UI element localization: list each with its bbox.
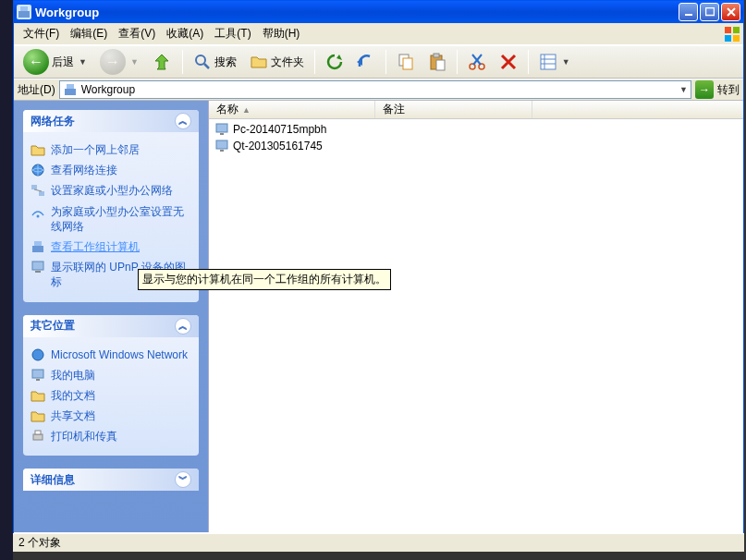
delete-icon	[499, 53, 518, 71]
delete-button[interactable]	[494, 48, 523, 76]
svg-rect-31	[34, 241, 42, 246]
svg-point-8	[196, 55, 205, 65]
svg-rect-4	[725, 27, 731, 33]
titlebar[interactable]: Workgroup	[14, 1, 743, 23]
chevron-down-icon[interactable]: ▼	[679, 85, 688, 94]
network-tasks-header[interactable]: 网络任务 ︽	[23, 110, 199, 132]
forward-button[interactable]: → ▼	[94, 48, 144, 76]
column-headers: 名称▲ 备注	[209, 101, 743, 119]
svg-rect-36	[36, 379, 40, 381]
task-view-workgroup[interactable]: 查看工作组计算机	[31, 237, 191, 257]
panel-title: 网络任务	[31, 114, 75, 129]
back-label: 后退	[52, 55, 74, 70]
place-my-documents[interactable]: 我的文档	[31, 385, 191, 406]
svg-rect-1	[20, 6, 28, 11]
undo-button[interactable]	[351, 48, 381, 76]
details-header[interactable]: 详细信息 ︾	[23, 469, 199, 491]
svg-rect-30	[32, 246, 43, 252]
addressbar: 地址(D) Workgroup ▼ → 转到	[14, 79, 743, 101]
maximize-button[interactable]	[700, 3, 719, 21]
views-icon	[539, 53, 557, 71]
other-places-panel: 其它位置 ︽ Microsoft Windows Network 我的电脑 我的…	[23, 315, 199, 457]
folders-button[interactable]: 文件夹	[244, 48, 310, 76]
statusbar: 2 个对象	[13, 533, 744, 552]
back-button[interactable]: ← 后退 ▼	[18, 48, 92, 76]
svg-rect-24	[67, 84, 74, 89]
computer-icon	[31, 368, 45, 383]
task-setup-wireless[interactable]: 为家庭或小型办公室设置无线网络	[31, 201, 191, 237]
cut-button[interactable]	[462, 48, 492, 76]
explorer-window: Workgroup 文件(F) 编辑(E) 查看(V) 收藏(A) 工具(T) …	[13, 0, 744, 534]
go-label: 转到	[717, 82, 740, 98]
svg-rect-32	[32, 262, 43, 270]
svg-rect-11	[403, 58, 412, 69]
menu-tools[interactable]: 工具(T)	[209, 24, 256, 43]
status-text: 2 个对象	[18, 535, 61, 551]
svg-rect-42	[220, 150, 224, 152]
toolbar-separator	[528, 50, 529, 74]
search-button[interactable]: 搜索	[188, 48, 242, 76]
place-printers[interactable]: 打印机和传真	[31, 426, 191, 446]
svg-rect-39	[216, 124, 227, 132]
menu-file[interactable]: 文件(F)	[18, 24, 65, 43]
column-name[interactable]: 名称▲	[209, 101, 375, 118]
menu-help[interactable]: 帮助(H)	[257, 24, 306, 43]
up-button[interactable]	[146, 48, 177, 76]
folder-icon	[31, 388, 45, 403]
item-list[interactable]: Pc-20140715mpbh Qt-201305161745	[209, 119, 743, 156]
panel-title: 其它位置	[31, 318, 75, 334]
svg-rect-3	[705, 8, 714, 16]
toolbar-separator	[385, 50, 386, 74]
task-setup-network[interactable]: 设置家庭或小型办公网络	[31, 180, 191, 201]
svg-rect-35	[32, 370, 43, 378]
svg-rect-38	[35, 431, 41, 434]
svg-rect-5	[733, 27, 740, 33]
toolbar: ← 后退 ▼ → ▼ 搜索 文件夹 ▼	[14, 45, 743, 79]
svg-line-9	[204, 64, 209, 68]
menu-view[interactable]: 查看(V)	[113, 24, 161, 43]
item-name: Pc-20140715mpbh	[233, 123, 326, 136]
svg-rect-33	[35, 271, 41, 273]
refresh-icon	[325, 53, 344, 71]
close-button[interactable]	[721, 3, 740, 21]
details-panel: 详细信息 ︾	[23, 469, 199, 491]
chevron-down-icon: ▼	[562, 57, 570, 67]
place-my-computer[interactable]: 我的电脑	[31, 365, 191, 385]
folder-icon	[31, 408, 45, 423]
tooltip: 显示与您的计算机在同一个工作组的所有计算机。	[138, 269, 391, 290]
menu-favorites[interactable]: 收藏(A)	[161, 24, 209, 43]
sort-ascending-icon: ▲	[242, 105, 251, 115]
collapse-icon: ︽	[175, 318, 191, 335]
refresh-button[interactable]	[320, 48, 349, 76]
computer-icon	[214, 139, 229, 153]
place-shared-documents[interactable]: 共享文档	[31, 406, 191, 426]
list-item[interactable]: Pc-20140715mpbh	[211, 121, 741, 138]
folders-label: 文件夹	[271, 55, 304, 70]
task-add-network-place[interactable]: 添加一个网上邻居	[31, 140, 191, 160]
search-label: 搜索	[214, 55, 237, 70]
svg-rect-13	[434, 54, 439, 57]
copy-icon	[397, 53, 415, 71]
list-item[interactable]: Qt-201305161745	[211, 138, 741, 154]
paste-button[interactable]	[422, 48, 452, 76]
window-icon	[17, 5, 31, 19]
address-label: 地址(D)	[18, 82, 55, 98]
menu-edit[interactable]: 编辑(E)	[65, 24, 113, 43]
place-windows-network[interactable]: Microsoft Windows Network	[31, 345, 191, 365]
copy-button[interactable]	[391, 48, 421, 76]
other-places-header[interactable]: 其它位置 ︽	[23, 315, 199, 337]
menubar: 文件(F) 编辑(E) 查看(V) 收藏(A) 工具(T) 帮助(H)	[14, 23, 743, 45]
address-input[interactable]: Workgroup ▼	[59, 80, 691, 99]
minimize-button[interactable]	[679, 3, 698, 21]
task-view-connections[interactable]: 查看网络连接	[31, 160, 191, 180]
views-button[interactable]: ▼	[533, 48, 576, 76]
chevron-down-icon: ▼	[130, 57, 139, 67]
go-button[interactable]: →	[695, 80, 714, 99]
printer-icon	[31, 429, 45, 444]
file-list-pane: 名称▲ 备注 Pc-20140715mpbh Qt-201305161745	[208, 101, 743, 532]
back-icon: ←	[23, 49, 49, 75]
windows-logo-icon	[723, 25, 741, 43]
scissors-icon	[468, 53, 486, 71]
globe-icon	[31, 163, 45, 177]
column-comments[interactable]: 备注	[375, 101, 532, 118]
